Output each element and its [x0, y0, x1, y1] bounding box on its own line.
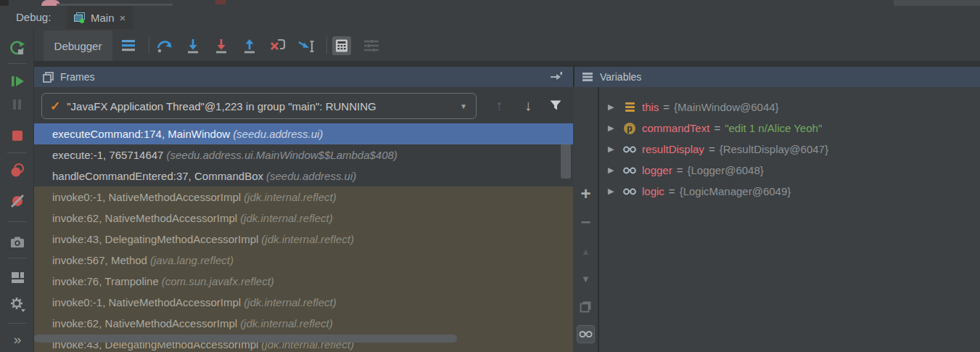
field-icon	[623, 185, 636, 198]
stack-frame-row[interactable]: invoke:62, NativeMethodAccessorImpl(jdk.…	[34, 208, 573, 229]
variable-name: this	[642, 101, 659, 113]
run-config-icon	[74, 12, 86, 22]
stack-frame-list: executeCommand:174, MainWindow(seedu.add…	[34, 123, 573, 352]
frame-method: handleCommandEntered:37, CommandBox	[52, 170, 263, 182]
triangle-up-icon: ▲	[581, 246, 590, 257]
stack-frame-row[interactable]: execute:-1, 765714647(seedu.address.ui.M…	[34, 144, 573, 165]
variable-value: {MainWindow@6044}	[674, 101, 778, 113]
thread-running-check-icon: ✓	[50, 99, 60, 114]
view-breakpoints-button[interactable]	[9, 162, 26, 179]
variable-value: {Logger@6048}	[687, 164, 763, 176]
variable-row-logic[interactable]: ▶ logic = {LogicManager@6049}	[599, 181, 980, 202]
stack-frame-row[interactable]: invoke:62, NativeMethodAccessorImpl(jdk.…	[34, 313, 573, 334]
expand-arrow-icon[interactable]: ▶	[608, 144, 618, 154]
equals-sign: =	[663, 101, 670, 113]
expand-arrow-icon[interactable]: ▶	[608, 123, 618, 133]
stack-frame-row[interactable]: invoke0:-1, NativeMethodAccessorImpl(jdk…	[34, 292, 573, 313]
frame-method: invoke:76, Trampoline	[52, 275, 159, 287]
variable-value: "edit 1 n/Alice Yeoh"	[725, 122, 822, 134]
show-watches-toggle[interactable]	[577, 325, 595, 343]
minus-icon: −	[580, 212, 590, 232]
previous-frame-button[interactable]: ↑	[488, 94, 510, 116]
move-watch-down-button[interactable]: ▼	[577, 270, 595, 288]
stack-frame-row[interactable]: invoke:567, Method(java.lang.reflect)	[34, 250, 573, 271]
debug-left-toolbar: »	[0, 29, 34, 352]
rerun-button[interactable]	[9, 39, 26, 57]
evaluate-expression-button[interactable]	[332, 36, 351, 55]
thread-dump-button[interactable]	[9, 234, 26, 251]
thread-selector-dropdown[interactable]: ✓ "JavaFX Application Thread"@1,223 in g…	[41, 93, 477, 119]
watches-glasses-icon	[579, 330, 593, 338]
variable-name: commandText	[642, 122, 709, 134]
resume-button[interactable]	[9, 73, 26, 90]
pause-button[interactable]	[9, 96, 26, 113]
stack-frame-row[interactable]: handleCommandEntered:37, CommandBox(seed…	[34, 165, 573, 187]
field-icon	[623, 143, 636, 156]
step-into-icon	[184, 37, 202, 54]
run-to-cursor-button[interactable]	[297, 36, 316, 55]
variable-row-this[interactable]: ▶ this = {MainWindow@6044}	[599, 97, 980, 118]
close-tab-icon[interactable]: ×	[120, 12, 126, 24]
frame-method: invoke0:-1, NativeMethodAccessorImpl	[52, 296, 241, 308]
frame-package: (seedu.address.ui)	[266, 170, 356, 182]
expand-arrow-icon[interactable]: ▶	[608, 165, 618, 175]
tab-debugger[interactable]: Debugger	[44, 30, 112, 61]
variable-row-logger[interactable]: ▶ logger = {Logger@6048}	[599, 160, 980, 181]
run-tab-title: Main	[91, 12, 115, 24]
triangle-down-icon: ▼	[581, 274, 590, 285]
next-frame-button[interactable]: ↓	[517, 94, 539, 116]
pause-icon	[9, 97, 25, 112]
frame-method: executeCommand:174, MainWindow	[52, 128, 230, 140]
add-watch-button[interactable]: +	[577, 184, 595, 202]
resume-icon	[9, 73, 25, 89]
vertical-scrollbar-thumb[interactable]	[561, 144, 571, 179]
hide-library-frames-button[interactable]	[545, 94, 567, 116]
sliders-icon	[363, 38, 380, 53]
class-icon	[623, 101, 636, 114]
variable-row-resultdisplay[interactable]: ▶ resultDisplay = {ResultDisplay@6047}	[599, 139, 980, 160]
stop-button[interactable]	[9, 127, 26, 144]
variable-name: logger	[642, 164, 672, 176]
more-actions-button[interactable]: »	[9, 331, 26, 348]
copy-icon	[580, 300, 592, 313]
move-watch-up-button[interactable]: ▲	[577, 242, 595, 261]
step-over-icon	[156, 37, 173, 54]
variables-panel-header: Variables	[575, 67, 980, 87]
variable-value: {ResultDisplay@6047}	[720, 143, 828, 155]
variables-icon	[582, 72, 593, 82]
mute-breakpoints-button[interactable]	[9, 192, 26, 210]
toolbar-separator	[7, 323, 27, 324]
remove-watch-button[interactable]: −	[577, 213, 595, 231]
frames-panel: ✓ "JavaFX Application Thread"@1,223 in g…	[34, 87, 573, 352]
expand-arrow-icon[interactable]: ▶	[608, 102, 618, 112]
toolbar-separator	[326, 36, 327, 54]
equals-sign: =	[677, 164, 683, 176]
stack-frame-row[interactable]: executeCommand:174, MainWindow(seedu.add…	[34, 123, 573, 144]
frame-method: invoke:62, NativeMethodAccessorImpl	[52, 317, 237, 330]
step-out-button[interactable]	[240, 36, 259, 55]
stack-frame-row[interactable]: invoke:76, Trampoline(com.sun.javafx.ref…	[34, 271, 573, 292]
duplicate-watch-button[interactable]	[577, 298, 595, 316]
step-over-button[interactable]	[155, 36, 174, 55]
horizontal-scrollbar-thumb[interactable]	[34, 335, 457, 343]
muted-settings-button[interactable]	[362, 36, 381, 55]
focus-on-frame-button[interactable]	[550, 71, 563, 83]
drop-frame-icon	[269, 37, 287, 54]
run-config-tab-main[interactable]: Main ×	[67, 6, 133, 29]
field-icon	[623, 164, 636, 177]
settings-button[interactable]	[9, 295, 26, 313]
force-step-into-button[interactable]	[212, 36, 231, 55]
layout-icon	[9, 269, 25, 285]
frame-package: (com.sun.javafx.reflect)	[162, 275, 274, 287]
toolbar-separator	[7, 152, 27, 153]
equals-sign: =	[709, 143, 715, 155]
stack-frame-row[interactable]: invoke:43, DelegatingMethodAccessorImpl(…	[34, 229, 573, 250]
step-into-button[interactable]	[184, 36, 202, 55]
stack-frame-row[interactable]: invoke0:-1, NativeMethodAccessorImpl(jdk…	[34, 187, 573, 208]
drop-frame-button[interactable]	[268, 36, 287, 55]
restore-layout-button[interactable]	[9, 269, 26, 286]
threads-view-button[interactable]	[119, 36, 138, 55]
rerun-icon	[9, 40, 25, 56]
variable-row-commandtext[interactable]: ▶ p commandText = "edit 1 n/Alice Yeoh"	[599, 118, 980, 139]
expand-arrow-icon[interactable]: ▶	[608, 187, 618, 196]
